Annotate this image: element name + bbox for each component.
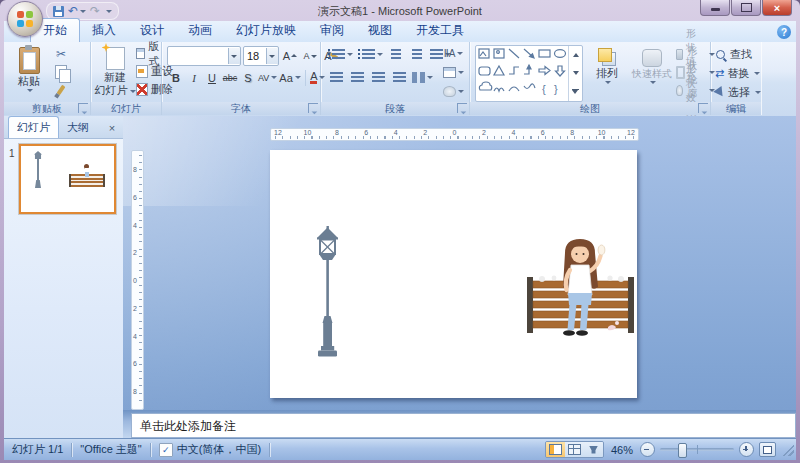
zoom-slider-thumb[interactable] — [678, 443, 687, 458]
status-bar: 幻灯片 1/1 "Office 主题" ✓ 中文(简体，中国) 46% — [4, 438, 796, 460]
font-name-dropdown-icon[interactable] — [228, 48, 240, 64]
slide-editor-area: 12108642024681012 864202468 — [123, 116, 796, 410]
quick-styles-button[interactable]: 快速样式 — [628, 44, 676, 102]
align-center-icon — [351, 72, 364, 83]
align-text-button[interactable] — [442, 64, 465, 81]
text-direction-button[interactable]: ⅡA — [443, 45, 465, 62]
copy-icon — [55, 65, 67, 79]
justify-button[interactable] — [390, 69, 408, 86]
shape-effects-button[interactable]: 形状效果 — [676, 83, 715, 98]
zoom-slider[interactable] — [660, 448, 734, 451]
slide-sorter-button[interactable] — [565, 442, 584, 457]
minimize-button[interactable] — [700, 0, 730, 16]
street-lamp-graphic[interactable] — [314, 226, 341, 359]
slideshow-button[interactable] — [584, 442, 603, 457]
window-title: 演示文稿1 - Microsoft PowerPoint — [0, 4, 800, 19]
decrease-indent-button[interactable] — [387, 46, 405, 63]
vruler-number: 8 — [133, 166, 137, 173]
replace-button[interactable]: ⇄替换 — [715, 65, 761, 82]
spellcheck-status[interactable]: ✓ 中文(简体，中国) — [151, 442, 269, 457]
new-slide-label-1: 新建 — [104, 71, 126, 84]
strikethrough-button[interactable]: abc — [221, 69, 239, 86]
text-shadow-button[interactable]: S — [239, 69, 257, 86]
panel-close-icon[interactable]: × — [105, 122, 119, 134]
format-painter-button[interactable] — [52, 82, 70, 98]
align-right-icon — [372, 72, 385, 83]
slideshow-icon — [589, 446, 598, 454]
columns-button[interactable] — [411, 69, 434, 86]
shrink-font-button[interactable]: A — [301, 48, 319, 65]
tab-插入[interactable]: 插入 — [80, 19, 128, 42]
font-size-dropdown-icon[interactable] — [266, 48, 278, 64]
font-name-combobox[interactable] — [167, 46, 241, 66]
gallery-up-icon[interactable] — [569, 46, 582, 64]
maximize-button[interactable] — [731, 0, 761, 16]
zoom-out-button[interactable] — [640, 442, 655, 457]
normal-view-button[interactable] — [546, 442, 565, 457]
cut-button[interactable]: ✂ — [52, 46, 70, 62]
bullets-icon — [328, 49, 345, 60]
slide-indicator: 幻灯片 1/1 — [4, 442, 71, 457]
paragraph-dialog-launcher[interactable] — [457, 103, 467, 113]
numbering-button[interactable] — [357, 46, 384, 63]
tab-slides-thumbnails[interactable]: 幻灯片 — [8, 116, 59, 138]
grow-font-button[interactable]: A — [281, 48, 299, 65]
align-right-button[interactable] — [369, 69, 387, 86]
change-case-button[interactable]: Aa — [278, 69, 301, 86]
arrange-button[interactable]: 排列 — [586, 44, 628, 102]
resize-grip[interactable] — [781, 443, 794, 456]
align-center-button[interactable] — [348, 69, 366, 86]
girl-on-bench-graphic[interactable] — [524, 237, 637, 344]
tab-开发工具[interactable]: 开发工具 — [404, 19, 476, 42]
font-size-combobox[interactable]: 18 — [243, 46, 279, 66]
font-dialog-launcher[interactable] — [308, 103, 318, 113]
bold-button[interactable]: B — [167, 69, 185, 86]
align-left-button[interactable] — [327, 69, 345, 86]
new-slide-button[interactable]: 新建 幻灯片 — [93, 44, 137, 102]
copy-button[interactable] — [52, 64, 70, 80]
notes-pane[interactable]: 单击此处添加备注 — [131, 413, 796, 438]
help-icon[interactable]: ? — [777, 25, 791, 39]
shapes-gallery[interactable]: { } — [475, 45, 583, 102]
language-label: 中文(简体，中国) — [177, 442, 261, 457]
fit-to-window-button[interactable] — [759, 442, 776, 457]
character-spacing-button[interactable]: AV — [257, 69, 278, 86]
clipboard-dialog-launcher[interactable] — [78, 103, 88, 113]
close-button[interactable]: × — [762, 0, 792, 16]
shapes-gallery-scrollbar[interactable] — [568, 46, 582, 101]
tab-视图[interactable]: 视图 — [356, 19, 404, 42]
tab-outline[interactable]: 大纲 — [59, 117, 97, 138]
bullets-button[interactable] — [327, 46, 354, 63]
office-button[interactable] — [7, 1, 43, 37]
slides-panel-tabs: 幻灯片 大纲 × — [4, 116, 123, 139]
slide-canvas[interactable] — [270, 150, 637, 398]
thumbnail-bench-graphic — [69, 174, 105, 187]
paste-button[interactable]: 粘贴 — [9, 44, 49, 102]
arrange-label: 排列 — [596, 66, 618, 81]
hruler-number: 8 — [570, 129, 574, 136]
convert-smartart-button[interactable] — [442, 83, 465, 100]
new-slide-label-2: 幻灯片 — [95, 84, 136, 97]
zoom-level: 46% — [609, 444, 635, 456]
find-label: 查找 — [730, 47, 752, 62]
gallery-down-icon[interactable] — [569, 64, 582, 82]
cut-icon: ✂ — [56, 47, 66, 61]
tab-幻灯片放映[interactable]: 幻灯片放映 — [224, 19, 308, 42]
new-slide-icon — [106, 47, 125, 70]
italic-button[interactable]: I — [185, 69, 203, 86]
underline-button[interactable]: U — [203, 69, 221, 86]
decrease-indent-icon — [391, 49, 401, 60]
tab-动画[interactable]: 动画 — [176, 19, 224, 42]
align-text-icon — [443, 67, 456, 78]
group-font: 18 A A A B I U abc S AV Aa A 字体 — [162, 42, 321, 115]
slide-thumbnail-number: 1 — [9, 148, 15, 159]
drawing-dialog-launcher[interactable] — [698, 103, 708, 113]
tab-审阅[interactable]: 审阅 — [308, 19, 356, 42]
hruler-number: 12 — [274, 129, 282, 136]
gallery-more-icon[interactable] — [569, 83, 582, 101]
slide-thumbnail[interactable] — [19, 144, 116, 214]
find-button[interactable]: 查找 — [715, 46, 761, 63]
select-button[interactable]: 选择 — [715, 84, 761, 101]
increase-indent-button[interactable] — [408, 46, 426, 63]
zoom-in-button[interactable] — [739, 442, 754, 457]
